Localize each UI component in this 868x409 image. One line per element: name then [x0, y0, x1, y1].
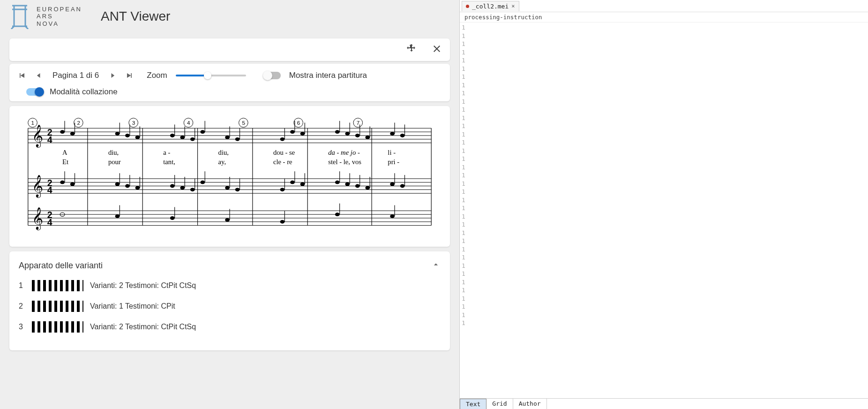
chevron-up-icon[interactable] [431, 260, 441, 272]
variant-row[interactable]: 2 Varianti: 1 Testimoni: CPit [19, 301, 441, 312]
svg-point-127 [115, 214, 120, 218]
svg-point-46 [60, 130, 65, 134]
variant-text: Varianti: 1 Testimoni: CPit [90, 302, 175, 311]
whole-score-toggle[interactable] [264, 72, 281, 79]
svg-text:da - me jo -: da - me jo - [328, 149, 360, 156]
next-page-icon[interactable] [107, 70, 118, 81]
editor-breadcrumb: processing-instruction [460, 12, 868, 23]
variant-thumbnail-icon [32, 301, 83, 312]
bottom-tab-text[interactable]: Text [460, 399, 486, 409]
svg-point-133 [280, 220, 285, 224]
variant-number: 1 [19, 281, 25, 290]
controls-card: Pagina 1 di 6 Zoom Mostra intera partitu… [9, 64, 450, 101]
brand-line-1: EUROPEAN [37, 6, 82, 13]
editor-tab[interactable]: _coll2.mei × [462, 1, 519, 11]
svg-text:𝄞: 𝄞 [32, 125, 43, 148]
svg-point-108 [280, 188, 285, 191]
svg-point-66 [235, 137, 240, 141]
editor-bottom-tabs: Text Grid Author [460, 398, 868, 409]
first-page-icon[interactable] [17, 70, 27, 81]
svg-text:dou - se: dou - se [273, 149, 295, 156]
svg-point-106 [235, 188, 240, 191]
page-label: Pagina 1 di 6 [52, 71, 99, 80]
dirty-indicator-icon [466, 5, 469, 8]
svg-point-114 [335, 181, 340, 184]
svg-point-74 [335, 130, 340, 134]
svg-point-120 [365, 186, 370, 190]
apparato-card: Apparato delle varianti 1 Varianti: 2 Te… [9, 251, 450, 350]
svg-point-68 [280, 137, 285, 141]
close-icon[interactable] [431, 43, 442, 56]
header: EUROPEAN ARS NOVA ANT Viewer [0, 0, 459, 38]
svg-point-137 [390, 214, 395, 218]
svg-point-58 [180, 136, 185, 139]
ars-nova-logo-icon [9, 4, 30, 29]
top-toolbar [9, 38, 450, 61]
variant-row[interactable]: 1 Varianti: 2 Testimoni: CtPit CtSq [19, 280, 441, 291]
svg-point-135 [335, 212, 340, 216]
brand-line-2: ARS [37, 13, 82, 20]
variant-thumbnail-icon [32, 321, 83, 333]
score-card: 𝄞 𝄞 𝄞 24 24 24 1234567 Adiu,a -diu,dou -… [9, 106, 450, 247]
editor-panel: _coll2.mei × processing-instruction 1111… [459, 0, 868, 409]
svg-text:1: 1 [31, 120, 35, 126]
svg-text:2: 2 [77, 120, 80, 126]
bottom-tab-author[interactable]: Author [513, 399, 547, 409]
svg-text:diu,: diu, [108, 149, 119, 156]
svg-text:diu,: diu, [218, 149, 229, 156]
svg-point-124 [400, 184, 405, 188]
code-body[interactable] [468, 23, 868, 398]
code-area[interactable]: 1111111111111111111111111111111111111 [460, 23, 868, 398]
svg-point-110 [290, 181, 295, 184]
svg-point-90 [115, 182, 120, 186]
svg-text:pri  -: pri - [388, 158, 399, 166]
svg-point-62 [200, 130, 205, 134]
svg-text:a  -: a - [163, 149, 170, 156]
svg-point-98 [180, 186, 185, 190]
move-icon[interactable] [406, 43, 417, 56]
svg-point-78 [355, 134, 360, 137]
svg-point-122 [390, 182, 395, 186]
apparato-title: Apparato delle varianti [19, 261, 103, 271]
svg-text:cle - re: cle - re [273, 158, 292, 166]
svg-point-104 [225, 186, 230, 190]
svg-text:6: 6 [297, 120, 300, 126]
svg-point-64 [225, 136, 230, 139]
svg-point-131 [225, 218, 230, 222]
svg-text:4: 4 [187, 120, 190, 126]
last-page-icon[interactable] [124, 70, 135, 81]
svg-text:4: 4 [47, 217, 52, 227]
bottom-tab-grid[interactable]: Grid [486, 399, 513, 409]
svg-point-112 [300, 182, 305, 186]
svg-text:𝄞: 𝄞 [32, 207, 43, 230]
tab-close-icon[interactable]: × [511, 3, 515, 9]
svg-point-50 [115, 132, 120, 136]
collation-toggle[interactable] [26, 88, 43, 96]
variant-text: Varianti: 2 Testimoni: CtPit CtSq [90, 323, 196, 331]
svg-point-48 [70, 132, 75, 136]
collation-label: Modalità collazione [50, 87, 118, 97]
svg-point-70 [290, 130, 295, 134]
svg-text:pour: pour [108, 158, 121, 166]
svg-text:4: 4 [47, 135, 52, 145]
prev-page-icon[interactable] [34, 70, 44, 81]
svg-text:5: 5 [242, 120, 245, 126]
svg-text:A: A [62, 149, 67, 156]
zoom-slider[interactable] [176, 75, 246, 76]
svg-point-52 [125, 134, 130, 137]
svg-point-72 [300, 132, 305, 136]
svg-point-102 [200, 181, 205, 184]
svg-point-129 [170, 216, 175, 220]
svg-point-60 [190, 137, 195, 141]
music-score: 𝄞 𝄞 𝄞 24 24 24 1234567 Adiu,a -diu,dou -… [16, 114, 443, 238]
svg-point-80 [365, 136, 370, 139]
variant-row[interactable]: 3 Varianti: 2 Testimoni: CtPit CtSq [19, 321, 441, 333]
zoom-label: Zoom [147, 71, 167, 80]
svg-point-116 [345, 182, 350, 186]
left-panel: EUROPEAN ARS NOVA ANT Viewer [0, 0, 459, 409]
whole-score-label: Mostra intera partitura [289, 71, 367, 80]
svg-point-88 [70, 182, 75, 186]
svg-text:ay,: ay, [218, 158, 226, 166]
svg-point-86 [60, 181, 65, 184]
editor-tab-bar: _coll2.mei × [460, 0, 868, 12]
